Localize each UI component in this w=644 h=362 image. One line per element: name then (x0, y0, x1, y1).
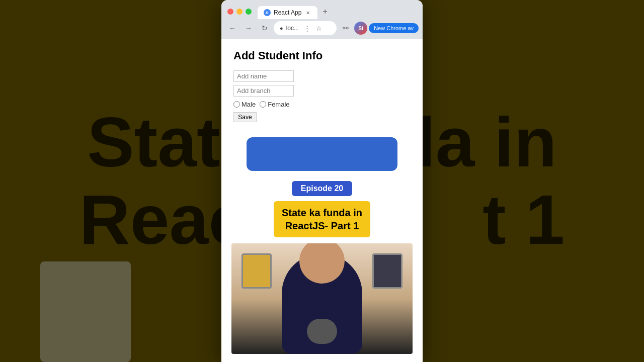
new-tab-button[interactable]: + (318, 4, 331, 19)
branch-input[interactable] (233, 85, 294, 97)
url-text: loc... (286, 25, 299, 32)
forward-button[interactable]: → (242, 21, 256, 35)
male-radio[interactable] (233, 101, 240, 108)
student-form: Male Female Save (233, 70, 411, 122)
security-icon: ● (280, 25, 283, 31)
wall-decoration-left (242, 253, 272, 289)
title-line2: ReactJS- Part 1 (282, 219, 362, 232)
extensions-button[interactable]: ⚯ (339, 21, 353, 35)
traffic-lights (227, 9, 252, 15)
thumbnail-section: Episode 20 State ka funda in ReactJS- Pa… (221, 181, 423, 362)
toolbar-icons: ⚯ St New Chrome av (339, 21, 419, 35)
presenter-image (231, 243, 413, 354)
tab-bar: R React App ✕ + (258, 4, 417, 19)
cast-icon[interactable]: ⋮ (302, 23, 312, 33)
profile-button[interactable]: St (354, 21, 368, 35)
female-radio[interactable] (260, 101, 266, 108)
title-line1: State ka funda in (282, 206, 362, 219)
save-button[interactable]: Save (233, 112, 257, 122)
presenter-head (299, 243, 345, 284)
name-input[interactable] (233, 70, 294, 82)
maximize-window-button[interactable] (246, 9, 252, 15)
male-label: Male (242, 101, 256, 108)
active-tab[interactable]: R React App ✕ (258, 6, 317, 19)
close-window-button[interactable] (227, 9, 233, 15)
gender-radio-group: Male Female (233, 101, 411, 108)
male-radio-label[interactable]: Male (233, 101, 256, 108)
title-badge: State ka funda in ReactJS- Part 1 (274, 201, 370, 237)
bg-left-thumbnail (40, 261, 131, 362)
tab-close-button[interactable]: ✕ (304, 9, 311, 16)
react-app: Add Student Info Male Female Save (221, 39, 423, 132)
tab-favicon: R (264, 9, 271, 16)
browser-window: R React App ✕ + ← → ↻ ● loc... ⋮ ☆ ⚯ (221, 0, 423, 362)
reload-button[interactable]: ↻ (258, 21, 272, 35)
female-radio-label[interactable]: Female (260, 101, 289, 108)
bookmark-icon[interactable]: ☆ (314, 23, 324, 33)
back-button[interactable]: ← (225, 21, 239, 35)
episode-badge: Episode 20 (292, 181, 352, 196)
avatar[interactable]: St (354, 22, 367, 35)
title-bar: R React App ✕ + (221, 0, 423, 19)
page-heading: Add Student Info (233, 49, 411, 62)
wall-decoration-right (372, 253, 403, 289)
presenter-silhouette (282, 253, 362, 354)
new-chrome-button[interactable]: New Chrome av (369, 23, 419, 33)
browser-chrome: R React App ✕ + ← → ↻ ● loc... ⋮ ☆ ⚯ (221, 0, 423, 39)
blue-rectangle (247, 137, 397, 171)
tab-title: React App (274, 9, 301, 16)
address-icons: ⋮ ☆ (302, 23, 324, 33)
address-bar[interactable]: ● loc... ⋮ ☆ (274, 21, 337, 35)
minimize-window-button[interactable] (236, 9, 243, 15)
female-label: Female (268, 101, 289, 108)
microphone (307, 319, 337, 344)
address-bar-row: ← → ↻ ● loc... ⋮ ☆ ⚯ St New Chrome av (221, 19, 423, 39)
page-content: Add Student Info Male Female Save (221, 39, 423, 362)
